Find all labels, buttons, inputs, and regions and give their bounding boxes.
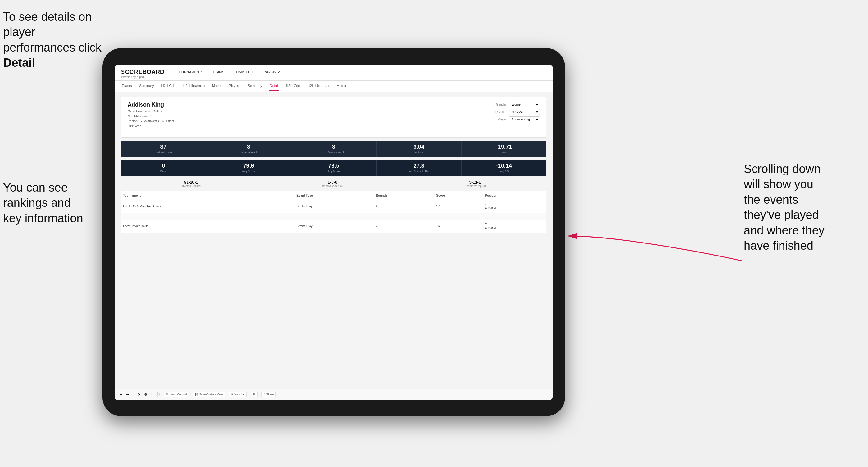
stat-national-rank: 37 National Rank [121,141,206,157]
col-score: Score [434,191,483,200]
record-top25: 1-5-0 Record vs top 25 [322,180,343,188]
player-select[interactable]: Addison King [509,117,540,122]
ann-r-2: will show you [744,178,813,191]
col-position: Position [483,191,547,200]
stat-avg-score-par-label: Avg Score to Par [378,170,460,173]
division-select[interactable]: NJCAA I NJCAA II [509,109,540,115]
ann-bl-1: You can see [3,181,68,194]
stat-adj-score: 78.5 Adj Score [291,160,376,176]
tournament-name: Estella CC- Mountain Classic [121,200,294,213]
stat-national-rank-label: National Rank [123,151,204,154]
view-icon: 👁 [166,393,168,396]
record-overall-value: 91-20-1 [182,180,200,184]
subnav-detail[interactable]: Detail [269,81,279,91]
view-original-btn[interactable]: 👁 View: Original [164,392,189,397]
division-label: Division [489,110,506,114]
stat-avg-score-value: 79.6 [208,163,289,169]
subnav-summary[interactable]: Summary [138,81,154,91]
annotation-topleft-text: To see details on player performances cl… [3,10,101,54]
stat-regional-rank-value: 3 [208,144,289,150]
sub-nav: Teams Summary H2H Grid H2H Heatmap Matri… [115,81,553,92]
subnav-teams[interactable]: Teams [121,81,132,91]
player-row: Player Addison King [489,117,540,122]
screen-btn[interactable]: 🖥 [251,392,258,397]
tournament-name [121,213,294,220]
nav-rankings[interactable]: RANKINGS [264,70,281,77]
col-event-type: Event Type [294,191,374,200]
score: 16 [434,220,483,233]
annotation-topleft: To see details on player performances cl… [3,9,108,71]
player-label: Player [489,118,506,121]
ann-r-1: Scrolling down [744,162,820,176]
table-row [121,213,547,220]
event-type [294,213,374,220]
record-top25-label: Record vs top 25 [322,184,343,188]
stat-regional-rank: 3 Regional Rank [206,141,291,157]
player-division: NJCAA Division 1 [128,114,174,119]
rounds [374,213,435,220]
gender-row: Gender Women Men [489,101,540,107]
col-rounds: Rounds [374,191,435,200]
view-original-label: View: Original [169,393,187,396]
logo-sub: Powered by clippd [121,75,164,79]
watch-btn[interactable]: 👁 Watch ▾ [229,392,247,397]
player-region: Region 1 - Southwest (18) District [128,119,174,124]
sep1: | [132,392,134,397]
save-custom-view-btn[interactable]: 💾 Save Custom View [193,392,225,397]
annotation-bottomleft: You can see rankings and key information [3,180,115,226]
stat-avg-score-par: 27.8 Avg Score to Par [377,160,462,176]
nav-tournaments[interactable]: TOURNAMENTS [177,70,203,77]
subnav-matrix[interactable]: Matrix [211,81,222,91]
record-top50-label: Record vs top 50 [464,184,486,188]
share-btn[interactable]: ⤴ Share [261,392,276,397]
stat-conference-rank: 3 Conference Rank [291,141,376,157]
gender-label: Gender [489,103,506,106]
record-top25-value: 1-5-0 [322,180,343,184]
player-header: Addison King Mesa Community College NJCA… [128,101,540,129]
subnav-matrix2[interactable]: Matrix [336,81,346,91]
position: 7out of 20 [483,220,547,233]
annotation-right: Scrolling down will show you the events … [744,161,865,253]
watch-label: Watch ▾ [235,393,245,396]
subnav-h2hgrid2[interactable]: H2H Grid [285,81,301,91]
gender-select[interactable]: Women Men [509,101,540,107]
stat-avg-sg-value: -10.14 [463,163,545,169]
stat-wins-value: 0 [123,163,204,169]
event-type: Stroke Play [294,220,374,233]
stat-adj-score-value: 78.5 [293,163,374,169]
stat-points: 6.04 Points [377,141,462,157]
rounds: 2 [374,200,435,213]
subnav-h2hheatmap[interactable]: H2H Heatmap [182,81,205,91]
nav-committee[interactable]: COMMITTEE [234,70,254,77]
rounds: 2 [374,220,435,233]
save-icon: 💾 [195,393,198,396]
record-top50: 5-11-1 Record vs top 50 [464,180,486,188]
subnav-h2hheatmap2[interactable]: H2H Heatmap [307,81,330,91]
stat-conference-rank-value: 3 [293,144,374,150]
stat-points-value: 6.04 [378,144,460,150]
player-info-right: Gender Women Men Division NJCAA I NJCAA … [489,101,540,122]
stat-national-rank-value: 37 [123,144,204,150]
subnav-h2hgrid[interactable]: H2H Grid [160,81,176,91]
stat-avg-score: 79.6 Avg Score [206,160,291,176]
nav-teams[interactable]: TEAMS [213,70,224,77]
stat-wins-label: Wins [123,170,204,173]
stats-grid-row2: 0 Wins 79.6 Avg Score 78.5 Adj Score 27.… [121,160,547,176]
player-info-left: Addison King Mesa Community College NJCA… [128,101,174,129]
score: 17 [434,200,483,213]
undo-icon: ↩ [120,393,122,397]
subnav-players[interactable]: Players [228,81,241,91]
ann-bl-2: rankings and [3,196,71,209]
subnav-summary2[interactable]: Summary [247,81,263,91]
stat-sos: -19.71 SoS [462,141,547,157]
content-area: Addison King Mesa Community College NJCA… [115,92,553,389]
stat-regional-rank-label: Regional Rank [208,151,289,154]
position [483,213,547,220]
stat-sos-value: -19.71 [463,144,545,150]
record-top50-value: 5-11-1 [464,180,486,184]
watch-icon: 👁 [231,393,234,396]
stat-avg-sg: -10.14 Avg SG [462,160,547,176]
refresh-icon: ⟳ [137,393,140,397]
stat-avg-score-label: Avg Score [208,170,289,173]
tablet-screen: SCOREBOARD Powered by clippd TOURNAMENTS… [115,65,553,400]
